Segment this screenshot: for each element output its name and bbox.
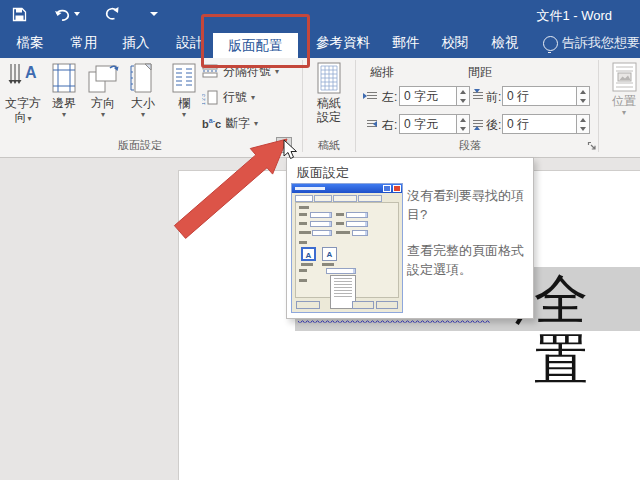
redo-button[interactable] — [102, 5, 122, 23]
tooltip-text: 沒有看到要尋找的項目? 查看完整的頁面格式設定選項。 — [407, 186, 529, 296]
spacing-after-stepper[interactable] — [577, 114, 590, 134]
page-setup-dialog-thumbnail: A A — [291, 183, 403, 313]
tab-view[interactable]: 檢視 — [481, 28, 529, 58]
text-direction-icon: A — [8, 62, 38, 94]
page-setup-tooltip: 版面設定 A A — [286, 157, 534, 319]
genko-setting-button[interactable]: 稿紙設定 — [306, 60, 352, 138]
mini-cancel-button — [376, 301, 398, 309]
line-numbers-icon: 1 2 3 — [202, 90, 218, 105]
spacing-before-label: 前: — [486, 89, 501, 106]
mini-dialog-tabs — [295, 195, 382, 202]
customize-qat-button[interactable] — [148, 9, 160, 19]
dialog-launcher-icon — [587, 141, 597, 151]
spacing-after-input[interactable]: 0 行 — [502, 114, 577, 134]
hyphenation-icon: ba-c — [202, 117, 221, 130]
undo-dropdown[interactable] — [73, 10, 81, 18]
mini-portrait-button: A — [301, 247, 316, 261]
mini-default-button — [296, 301, 320, 309]
dialog-launcher-icon — [279, 140, 289, 150]
size-icon — [129, 62, 157, 94]
orientation-icon — [86, 62, 120, 94]
indent-left-icon — [364, 90, 377, 102]
position-button[interactable]: 位置 ▾ — [604, 60, 640, 138]
group-separator — [302, 60, 303, 152]
svg-text:A: A — [25, 64, 37, 81]
paragraph-group-label: 段落 — [420, 138, 520, 153]
chevron-down-icon — [150, 12, 158, 16]
spacing-before-input[interactable]: 0 行 — [502, 86, 577, 106]
tab-home[interactable]: 常用 — [60, 28, 108, 58]
tab-insert[interactable]: 插入 — [112, 28, 160, 58]
indent-right-stepper[interactable] — [457, 114, 470, 134]
indent-left-stepper[interactable] — [457, 86, 470, 106]
orientation-button[interactable]: 方向 ▾ — [84, 60, 122, 138]
columns-icon — [170, 62, 198, 94]
tell-me-box[interactable]: 告訴我您想要執 — [562, 28, 640, 58]
mini-landscape-button: A — [322, 247, 337, 261]
margins-icon — [50, 62, 78, 94]
spacing-before-stepper[interactable] — [577, 86, 590, 106]
spacing-section-label: 間距 — [468, 64, 492, 81]
ribbon: A 文字方向▾ 邊界 ▾ 方向 ▾ — [0, 58, 640, 158]
position-icon — [611, 62, 638, 92]
genko-paper-icon — [316, 62, 342, 94]
paragraph-dialog-launcher[interactable] — [584, 138, 600, 154]
mini-help-icon — [383, 185, 391, 192]
indent-section-label: 縮排 — [370, 64, 394, 81]
group-separator — [355, 60, 356, 152]
tab-review[interactable]: 校閱 — [431, 28, 479, 58]
indent-right-label: 右: — [382, 117, 397, 134]
page-setup-dialog-launcher[interactable] — [276, 137, 292, 153]
document-title: 文件1 - Word — [536, 7, 612, 25]
save-button[interactable] — [10, 6, 28, 22]
svg-text:1 2 3: 1 2 3 — [202, 93, 206, 104]
margins-button[interactable]: 邊界 ▾ — [45, 60, 83, 138]
spacing-before-icon — [470, 90, 483, 102]
ribbon-tab-row: 檔案 常用 插入 設計 版面配置 參考資料 郵件 校閱 檢視 告訴我您想要執 — [0, 28, 640, 58]
tab-mailings[interactable]: 郵件 — [382, 28, 430, 58]
columns-button[interactable]: 欄 ▾ — [166, 60, 202, 138]
tab-references[interactable]: 參考資料 — [312, 28, 374, 58]
indent-left-label: 左: — [382, 89, 397, 106]
text-direction-button[interactable]: A 文字方向▾ — [1, 60, 45, 138]
mini-ok-button — [352, 301, 374, 309]
mini-close-icon — [393, 185, 401, 192]
undo-icon — [54, 7, 71, 22]
indent-left-input[interactable]: 0 字元 — [399, 86, 457, 106]
spacing-after-icon — [470, 118, 483, 130]
line-numbers-button[interactable]: 1 2 3 行號 ▾ — [202, 88, 255, 106]
indent-right-icon — [364, 118, 377, 130]
red-annotation-rectangle — [201, 14, 310, 68]
indent-right-input[interactable]: 0 字元 — [399, 114, 457, 134]
tab-file[interactable]: 檔案 — [6, 28, 54, 58]
title-bar: 文件1 - Word — [0, 0, 640, 28]
manuscript-group-label: 稿紙 — [306, 138, 352, 153]
chevron-down-icon — [74, 12, 80, 16]
mini-dialog-body: A A — [295, 202, 399, 298]
hyphenation-button[interactable]: ba-c 斷字 ▾ — [202, 114, 258, 132]
tooltip-line2: 查看完整的頁面格式設定選項。 — [407, 241, 529, 279]
lightbulb-icon — [543, 36, 558, 51]
size-button[interactable]: 大小 ▾ — [124, 60, 162, 138]
redo-icon — [104, 6, 120, 22]
spacing-after-label: 後: — [486, 117, 501, 134]
undo-button[interactable] — [52, 5, 72, 23]
word-window: 文件1 - Word 檔案 常用 插入 設計 版面配置 參考資料 郵件 校閱 檢… — [0, 0, 640, 480]
spelling-squiggle-underline — [298, 320, 490, 325]
page-setup-group-label: 版面設定 — [70, 138, 210, 153]
selected-document-text: 全置 — [534, 270, 640, 390]
tooltip-title: 版面設定 — [297, 164, 349, 182]
save-icon — [12, 7, 27, 22]
tooltip-line1: 沒有看到要尋找的項目? — [407, 186, 529, 224]
